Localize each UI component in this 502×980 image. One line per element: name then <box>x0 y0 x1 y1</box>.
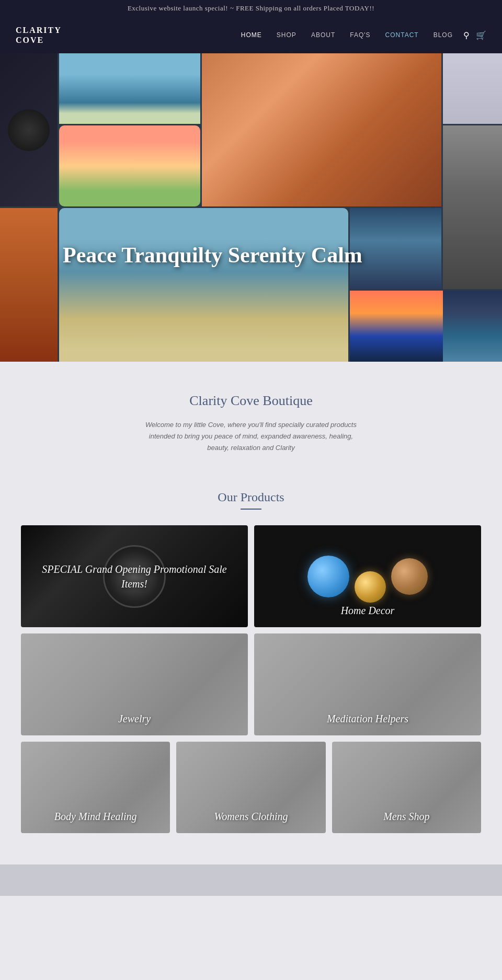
nav-blog[interactable]: BLOG <box>433 31 453 39</box>
footer <box>0 864 502 896</box>
nav-home[interactable]: HOME <box>241 31 262 39</box>
product-label-mens: Mens Shop <box>332 800 481 833</box>
product-card-womens[interactable]: Womens Clothing <box>176 742 325 833</box>
product-card-grand-opening[interactable]: SPECIAL Grand Opening Promotional Sale I… <box>21 525 248 627</box>
products-divider <box>241 509 261 510</box>
product-grid-mid: Jewelry Meditation Helpers <box>21 633 481 735</box>
product-label-womens: Womens Clothing <box>176 800 325 833</box>
nav-icons: ⚲ 🛒 <box>463 30 486 40</box>
hero-img-canyon <box>202 53 441 206</box>
hero-section: Peace Tranquilty Serenity Calm <box>0 53 502 362</box>
main-nav: CLARITY COVE HOME SHOP ABOUT FAQ'S CONTA… <box>0 17 502 53</box>
site-logo[interactable]: CLARITY COVE <box>16 25 62 45</box>
product-label-jewelry: Jewelry <box>21 702 248 735</box>
product-label-grand-opening: SPECIAL Grand Opening Promotional Sale I… <box>21 525 248 627</box>
product-card-body-mind[interactable]: Body Mind Healing <box>21 742 170 833</box>
nav-contact[interactable]: CONTACT <box>385 31 419 39</box>
moon-blue <box>307 556 349 597</box>
product-card-jewelry[interactable]: Jewelry <box>21 633 248 735</box>
product-label-meditation: Meditation Helpers <box>254 702 481 735</box>
cart-icon[interactable]: 🛒 <box>476 30 486 40</box>
product-label-home-decor: Home Decor <box>254 594 481 627</box>
search-icon[interactable]: ⚲ <box>463 30 470 40</box>
nav-faqs[interactable]: FAQ'S <box>350 31 370 39</box>
hero-img-yoga <box>59 125 200 206</box>
hero-img-forest <box>443 291 502 362</box>
hero-img-orange-rock <box>0 208 58 362</box>
nav-about[interactable]: ABOUT <box>311 31 335 39</box>
product-card-meditation[interactable]: Meditation Helpers <box>254 633 481 735</box>
hero-overlay: Peace Tranquilty Serenity Calm <box>0 243 502 268</box>
hero-img-boat <box>59 53 200 124</box>
about-description: Welcome to my little Cove, where you'll … <box>141 419 361 454</box>
hero-tagline: Peace Tranquilty Serenity Calm <box>63 243 502 268</box>
hero-img-circle <box>0 53 58 206</box>
product-label-body-mind: Body Mind Healing <box>21 800 170 833</box>
product-card-mens[interactable]: Mens Shop <box>332 742 481 833</box>
hero-img-beach <box>59 208 348 362</box>
products-heading: Our Products <box>21 490 481 504</box>
product-card-home-decor[interactable]: Home Decor <box>254 525 481 627</box>
nav-shop[interactable]: SHOP <box>277 31 296 39</box>
products-section: Our Products SPECIAL Grand Opening Promo… <box>0 475 502 864</box>
hero-img-top-right <box>443 53 502 124</box>
announcement-bar: Exclusive website launch special! ~ FREE… <box>0 0 502 17</box>
nav-links: HOME SHOP ABOUT FAQ'S CONTACT BLOG <box>241 31 453 39</box>
about-heading: Clarity Cove Boutique <box>10 393 492 409</box>
announcement-text: Exclusive website launch special! ~ FREE… <box>128 4 374 12</box>
product-grid-bottom: Body Mind Healing Womens Clothing Mens S… <box>21 742 481 833</box>
product-grid-top: SPECIAL Grand Opening Promotional Sale I… <box>21 525 481 627</box>
about-section: Clarity Cove Boutique Welcome to my litt… <box>0 362 502 475</box>
hero-image-grid <box>0 53 502 362</box>
moon-wood <box>391 558 428 595</box>
